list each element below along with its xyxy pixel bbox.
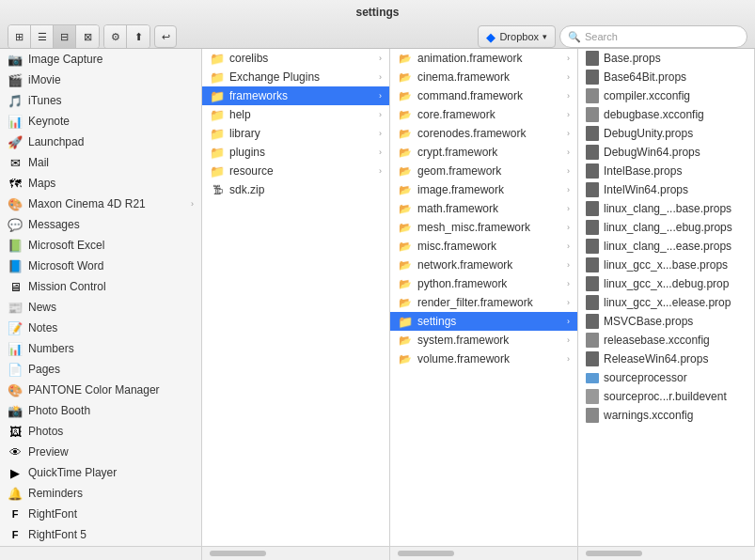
list-item[interactable]: 📂 network.framework › xyxy=(390,256,577,274)
list-item[interactable]: Base64Bit.props xyxy=(578,68,754,86)
list-item[interactable]: 📁 library › xyxy=(202,124,389,143)
sidebar-item-itunes[interactable]: 🎵 iTunes xyxy=(0,90,201,111)
sidebar-item-maxon[interactable]: 🎨 Maxon Cinema 4D R21 › xyxy=(0,194,201,214)
list-item[interactable]: 🗜 sdk.zip xyxy=(202,180,389,199)
item-label: DebugUnity.props xyxy=(604,127,693,140)
list-item[interactable]: 📁 help › xyxy=(202,105,389,124)
list-item[interactable]: 📂 misc.framework › xyxy=(390,237,577,256)
dropbox-btn[interactable]: ◆ Dropbox ▾ xyxy=(478,25,556,48)
list-item[interactable]: 📂 cinema.framework › xyxy=(390,68,577,86)
framework-icon: 📂 xyxy=(398,70,413,85)
list-item[interactable]: 📂 image.framework › xyxy=(390,180,577,199)
list-item[interactable]: 📂 geom.framework › xyxy=(390,162,577,180)
app-icon: F xyxy=(8,506,23,521)
sidebar-item-photos[interactable]: 🖼 Photos xyxy=(0,421,201,442)
list-item[interactable]: warnings.xcconfig xyxy=(578,406,754,425)
item-label: resource xyxy=(229,164,374,178)
sidebar-item-news[interactable]: 📰 News xyxy=(0,297,201,318)
sidebar-item-excel[interactable]: 📗 Microsoft Excel xyxy=(0,235,201,256)
list-item[interactable]: MSVCBase.props xyxy=(578,312,754,331)
list-item[interactable]: 📂 mesh_misc.framework › xyxy=(390,218,577,237)
list-item[interactable]: linux_gcc_x...debug.prop xyxy=(578,274,754,293)
sidebar-item-preview[interactable]: 👁 Preview xyxy=(0,442,201,462)
list-item[interactable]: sourceprocessor xyxy=(578,368,754,387)
sidebar-item-pages[interactable]: 📄 Pages xyxy=(0,359,201,380)
sidebar-item-imovie[interactable]: 🎬 iMovie xyxy=(0,70,201,90)
list-item[interactable]: IntelWin64.props xyxy=(578,180,754,199)
view-cover-btn[interactable]: ⊠ xyxy=(76,25,99,48)
sidebar-item-maps[interactable]: 🗺 Maps xyxy=(0,173,201,194)
dropbox-label: Dropbox xyxy=(499,31,539,42)
sidebar-item-photo-booth[interactable]: 📸 Photo Booth xyxy=(0,400,201,421)
view-mode-group[interactable]: ⊞ ☰ ⊟ ⊠ xyxy=(8,24,100,49)
search-box[interactable]: 🔍 Search xyxy=(559,25,747,48)
list-item[interactable]: sourceproc...r.buildevent xyxy=(578,387,754,406)
sidebar-item-notes[interactable]: 📝 Notes xyxy=(0,318,201,338)
sidebar-item-mission-control[interactable]: 🖥 Mission Control xyxy=(0,276,201,297)
item-label: sdk.zip xyxy=(229,183,382,196)
list-item[interactable]: 📂 crypt.framework › xyxy=(390,143,577,162)
share-btn[interactable]: ⬆ xyxy=(127,25,149,48)
list-item[interactable]: 📂 render_filter.framework › xyxy=(390,293,577,312)
list-item[interactable]: 📂 volume.framework › xyxy=(390,350,577,368)
folder-icon: 📁 xyxy=(210,70,225,85)
back-btn[interactable]: ↩ xyxy=(154,25,177,48)
view-list-btn[interactable]: ☰ xyxy=(31,25,54,48)
view-column-btn[interactable]: ⊟ xyxy=(54,25,76,48)
sidebar-item-rightfont[interactable]: F RightFont xyxy=(0,504,201,524)
app-icon: ▶ xyxy=(8,465,23,480)
sidebar-item-mail[interactable]: ✉ Mail xyxy=(0,152,201,173)
sidebar-item-word[interactable]: 📘 Microsoft Word xyxy=(0,256,201,276)
sidebar-item-rightfont5[interactable]: F RightFont 5 xyxy=(0,524,201,545)
item-label: image.framework xyxy=(417,183,562,196)
sidebar-item-quicktime[interactable]: ▶ QuickTime Player xyxy=(0,462,201,483)
list-item[interactable]: 📁 resource › xyxy=(202,162,389,180)
list-item[interactable]: 📁 plugins › xyxy=(202,143,389,162)
list-item[interactable]: 📁 corelibs › xyxy=(202,49,389,68)
list-item[interactable]: linux_clang_...base.props xyxy=(578,199,754,218)
sidebar-item-pantone[interactable]: 🎨 PANTONE Color Manager xyxy=(0,380,201,400)
sidebar-item-launchpad[interactable]: 🚀 Launchpad xyxy=(0,132,201,152)
list-item[interactable]: 📂 core.framework › xyxy=(390,105,577,124)
sidebar-item-reminders[interactable]: 🔔 Reminders xyxy=(0,483,201,504)
app-icon: 👁 xyxy=(8,444,23,459)
sidebar-item-numbers[interactable]: 📊 Numbers xyxy=(0,338,201,359)
folder-icon: 📁 xyxy=(398,314,413,329)
list-item[interactable]: DebugWin64.props xyxy=(578,143,754,162)
framework-icon: 📂 xyxy=(398,257,413,272)
item-label: releasebase.xcconfig xyxy=(604,334,710,347)
list-item[interactable]: 📂 corenodes.framework › xyxy=(390,124,577,143)
list-item[interactable]: linux_clang_...ease.props xyxy=(578,237,754,256)
list-item[interactable]: DebugUnity.props xyxy=(578,124,754,143)
list-item[interactable]: Base.props xyxy=(578,49,754,68)
sidebar-item-messages[interactable]: 💬 Messages xyxy=(0,214,201,235)
folder-icon: 📁 xyxy=(210,126,225,141)
list-item[interactable]: 📂 command.framework › xyxy=(390,86,577,105)
list-item[interactable]: debugbase.xcconfig xyxy=(578,105,754,124)
action-btn[interactable]: ⚙ xyxy=(104,25,127,48)
list-item[interactable]: IntelBase.props xyxy=(578,162,754,180)
list-item[interactable]: linux_gcc_x...base.props xyxy=(578,256,754,274)
sidebar-item-image-capture[interactable]: 📷 Image Capture xyxy=(0,49,201,70)
list-item[interactable]: releasebase.xcconfig xyxy=(578,331,754,350)
list-item[interactable]: 📂 system.framework › xyxy=(390,331,577,350)
view-icon-btn[interactable]: ⊞ xyxy=(8,25,31,48)
props-icon xyxy=(586,295,599,310)
list-item[interactable]: 📁 Exchange Plugins › xyxy=(202,68,389,86)
app-icon: 🗺 xyxy=(8,176,23,191)
list-item[interactable]: linux_gcc_x...elease.prop xyxy=(578,293,754,312)
framework-icon: 📂 xyxy=(398,163,413,179)
list-item[interactable]: ReleaseWin64.props xyxy=(578,350,754,368)
list-item[interactable]: 📂 animation.framework › xyxy=(390,49,577,68)
list-item[interactable]: compiler.xcconfig xyxy=(578,86,754,105)
list-item[interactable]: 📂 python.framework › xyxy=(390,274,577,293)
app-icon: 📸 xyxy=(8,403,23,418)
chevron-right-icon: › xyxy=(567,298,570,307)
list-item[interactable]: 📂 math.framework › xyxy=(390,199,577,218)
list-item-frameworks[interactable]: 📁 frameworks › xyxy=(202,86,389,105)
list-item-settings[interactable]: 📁 settings › xyxy=(390,312,577,331)
list-item[interactable]: linux_clang_...ebug.props xyxy=(578,218,754,237)
sidebar-item-keynote[interactable]: 📊 Keynote xyxy=(0,111,201,132)
bottom-bar xyxy=(0,546,755,560)
action-group[interactable]: ⚙ ⬆ xyxy=(103,24,150,49)
